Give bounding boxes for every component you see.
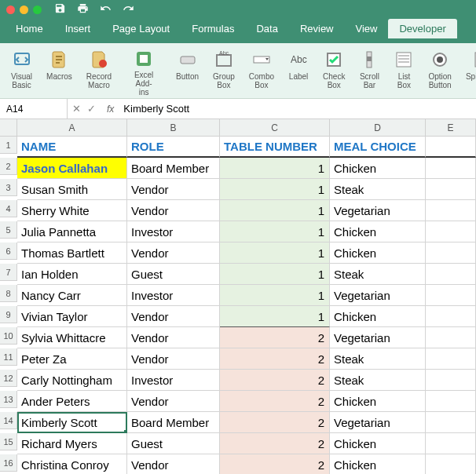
row-header-1[interactable]: 1 [0, 137, 17, 154]
cell-table-number[interactable]: 2 [220, 370, 330, 391]
cell-name[interactable]: Sherry White [17, 200, 127, 221]
tab-insert[interactable]: Insert [54, 19, 102, 38]
cell-empty[interactable] [426, 221, 476, 242]
formula-value[interactable]: Kimberly Scott [120, 103, 192, 115]
option-button-control[interactable]: OptionButton [422, 48, 457, 95]
cell-table-number[interactable]: 1 [220, 179, 330, 200]
row-header-12[interactable]: 12 [0, 370, 17, 387]
cell-table-number[interactable]: 1 [220, 242, 330, 264]
column-header-E[interactable]: E [426, 119, 476, 137]
cancel-icon[interactable]: ✕ [72, 103, 81, 115]
cell-empty[interactable] [426, 348, 476, 370]
cell-table-number[interactable]: 2 [220, 327, 330, 348]
cell-meal[interactable]: Vegetarian [330, 200, 426, 221]
cell-name[interactable]: Julia Pannetta [17, 221, 127, 242]
cell-table-number[interactable]: 2 [220, 433, 330, 454]
cell-empty[interactable] [426, 412, 476, 433]
cell-name[interactable]: Jason Callahan [17, 158, 127, 179]
header-role[interactable]: ROLE [127, 137, 220, 158]
cell-name[interactable]: Carly Nottingham [17, 370, 127, 391]
row-header-5[interactable]: 5 [0, 221, 17, 239]
spreadsheet-grid[interactable]: ABCDE1NAMEROLETABLE NUMBERMEAL CHOICE2Ja… [0, 119, 476, 474]
cell-name[interactable]: Kimberly Scott [17, 412, 127, 433]
cell-empty[interactable] [426, 200, 476, 221]
redo-icon[interactable] [123, 2, 134, 16]
cell-name[interactable]: Christina Conroy [17, 454, 127, 474]
tab-page-layout[interactable]: Page Layout [101, 19, 181, 38]
confirm-icon[interactable]: ✓ [87, 103, 96, 115]
cell-role[interactable]: Vendor [127, 348, 220, 370]
cell-empty[interactable] [426, 327, 476, 348]
cell-table-number[interactable]: 2 [220, 348, 330, 370]
cell-meal[interactable]: Chicken [330, 433, 426, 454]
cell-meal[interactable]: Chicken [330, 158, 426, 179]
cell-role[interactable]: Vendor [127, 200, 220, 221]
cell-role[interactable]: Investor [127, 370, 220, 391]
cell-role[interactable]: Vendor [127, 306, 220, 327]
spinner-control[interactable]: Spinner [460, 48, 476, 95]
row-header-2[interactable]: 2 [0, 158, 17, 175]
row-header-6[interactable]: 6 [0, 242, 17, 260]
cell-role[interactable]: Vendor [127, 179, 220, 200]
column-header-C[interactable]: C [220, 119, 330, 137]
cell-role[interactable]: Vendor [127, 327, 220, 348]
macros-button[interactable]: Macros [40, 48, 79, 95]
undo-icon[interactable] [100, 2, 112, 16]
cell-empty[interactable] [426, 264, 476, 285]
cell-table-number[interactable]: 1 [220, 264, 330, 285]
row-header-14[interactable]: 14 [0, 412, 17, 429]
cell-table-number[interactable]: 1 [220, 306, 330, 327]
group-box-control[interactable]: Abc GroupBox [207, 48, 241, 95]
row-header-15[interactable]: 15 [0, 433, 17, 450]
cell-name[interactable]: Sylvia Whittacre [17, 327, 127, 348]
cell-role[interactable]: Investor [127, 221, 220, 242]
cell-name[interactable]: Ian Holden [17, 264, 127, 285]
cell-meal[interactable]: Chicken [330, 454, 426, 474]
cell-empty[interactable] [426, 391, 476, 412]
cell-meal[interactable]: Vegetarian [330, 412, 426, 433]
cell-table-number[interactable]: 2 [220, 412, 330, 433]
row-header-7[interactable]: 7 [0, 264, 17, 281]
record-macro-button[interactable]: RecordMacro [80, 48, 118, 95]
cell-name[interactable]: Nancy Carr [17, 285, 127, 306]
cell-table-number[interactable]: 1 [220, 285, 330, 306]
row-header-9[interactable]: 9 [0, 306, 17, 323]
header-meal[interactable]: MEAL CHOICE [330, 137, 426, 158]
cell-meal[interactable]: Steak [330, 348, 426, 370]
name-box[interactable]: A14 [0, 99, 68, 118]
column-header-B[interactable]: B [127, 119, 220, 137]
scroll-bar-control[interactable]: ScrollBar [353, 48, 386, 95]
save-icon[interactable] [54, 2, 66, 16]
cell-role[interactable]: Vendor [127, 242, 220, 264]
cell-empty[interactable] [426, 285, 476, 306]
label-control[interactable]: Abc Label [282, 48, 315, 95]
check-box-control[interactable]: CheckBox [317, 48, 351, 95]
tab-formulas[interactable]: Formulas [181, 19, 245, 38]
cell-empty[interactable] [426, 454, 476, 474]
list-box-control[interactable]: ListBox [387, 48, 420, 95]
cell-meal[interactable]: Chicken [330, 221, 426, 242]
button-control[interactable]: Button [170, 48, 205, 95]
tab-home[interactable]: Home [5, 19, 54, 38]
excel-addins-button[interactable]: ExcelAdd-ins [127, 48, 160, 95]
combo-box-control[interactable]: ComboBox [243, 48, 280, 95]
cell-name[interactable]: Richard Myers [17, 433, 127, 454]
close-icon[interactable] [6, 5, 15, 14]
row-header-8[interactable]: 8 [0, 285, 17, 302]
row-header-3[interactable]: 3 [0, 179, 17, 196]
cell-meal[interactable]: Chicken [330, 306, 426, 327]
header-empty[interactable] [426, 137, 476, 158]
cell-role[interactable]: Vendor [127, 391, 220, 412]
cell-empty[interactable] [426, 306, 476, 327]
tab-review[interactable]: Review [289, 19, 345, 38]
column-header-D[interactable]: D [330, 119, 426, 137]
cell-meal[interactable]: Vegetarian [330, 327, 426, 348]
cell-name[interactable]: Thomas Bartlett [17, 242, 127, 264]
cell-role[interactable]: Board Member [127, 158, 220, 179]
tab-data[interactable]: Data [245, 19, 288, 38]
cell-meal[interactable]: Steak [330, 264, 426, 285]
row-header-16[interactable]: 16 [0, 454, 17, 472]
cell-meal[interactable]: Vegetarian [330, 285, 426, 306]
cell-name[interactable]: Vivian Taylor [17, 306, 127, 327]
tab-view[interactable]: View [345, 19, 389, 38]
